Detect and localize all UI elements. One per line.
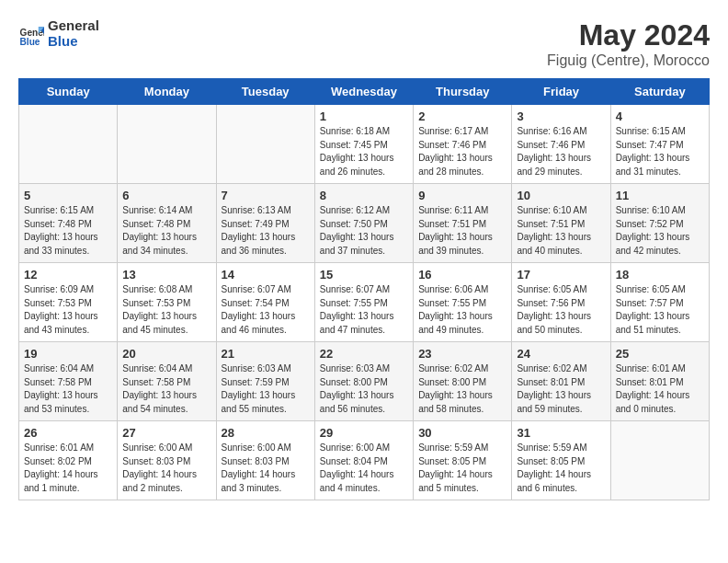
logo: General Blue General Blue (18, 18, 99, 49)
day-info: Sunrise: 6:01 AMSunset: 8:02 PMDaylight:… (24, 442, 112, 495)
day-header-saturday: Saturday (610, 79, 709, 105)
day-cell: 15Sunrise: 6:07 AMSunset: 7:55 PMDayligh… (314, 263, 413, 342)
day-info: Sunrise: 6:00 AMSunset: 8:03 PMDaylight:… (222, 442, 310, 495)
day-info: Sunrise: 6:16 AMSunset: 7:46 PMDaylight:… (517, 125, 605, 178)
day-info: Sunrise: 6:04 AMSunset: 7:58 PMDaylight:… (122, 362, 210, 416)
header: General Blue General Blue May 2024 Figui… (18, 18, 710, 69)
day-cell (610, 421, 709, 500)
day-number: 30 (418, 426, 506, 440)
location-subtitle: Figuig (Centre), Morocco (547, 52, 710, 69)
day-info: Sunrise: 6:05 AMSunset: 7:56 PMDaylight:… (517, 283, 605, 337)
day-number: 14 (222, 268, 310, 282)
day-info: Sunrise: 6:00 AMSunset: 8:03 PMDaylight:… (122, 442, 210, 495)
day-cell: 22Sunrise: 6:03 AMSunset: 8:00 PMDayligh… (314, 342, 413, 421)
day-info: Sunrise: 6:13 AMSunset: 7:49 PMDaylight:… (222, 204, 310, 258)
day-number: 8 (320, 189, 408, 202)
logo-icon: General Blue (18, 21, 44, 47)
day-info: Sunrise: 6:15 AMSunset: 7:47 PMDaylight:… (616, 125, 704, 178)
day-number: 26 (24, 426, 112, 440)
month-year-title: May 2024 (547, 18, 710, 52)
day-number: 6 (122, 189, 210, 202)
day-cell: 17Sunrise: 6:05 AMSunset: 7:56 PMDayligh… (512, 263, 610, 342)
day-info: Sunrise: 6:06 AMSunset: 7:55 PMDaylight:… (418, 283, 506, 337)
day-number: 10 (517, 189, 605, 202)
day-cell: 20Sunrise: 6:04 AMSunset: 7:58 PMDayligh… (118, 342, 216, 421)
day-cell (118, 105, 216, 184)
day-cell: 18Sunrise: 6:05 AMSunset: 7:57 PMDayligh… (610, 263, 709, 342)
day-cell: 27Sunrise: 6:00 AMSunset: 8:03 PMDayligh… (118, 421, 216, 500)
day-number: 12 (24, 268, 112, 282)
day-cell: 28Sunrise: 6:00 AMSunset: 8:03 PMDayligh… (216, 421, 314, 500)
day-number: 23 (418, 347, 506, 361)
day-cell: 11Sunrise: 6:10 AMSunset: 7:52 PMDayligh… (610, 184, 709, 263)
days-header-row: SundayMondayTuesdayWednesdayThursdayFrid… (19, 79, 710, 105)
day-cell: 19Sunrise: 6:04 AMSunset: 7:58 PMDayligh… (19, 342, 118, 421)
day-info: Sunrise: 6:11 AMSunset: 7:51 PMDaylight:… (418, 204, 506, 258)
day-number: 27 (122, 426, 210, 440)
week-row-5: 26Sunrise: 6:01 AMSunset: 8:02 PMDayligh… (19, 421, 710, 500)
day-cell: 30Sunrise: 5:59 AMSunset: 8:05 PMDayligh… (414, 421, 512, 500)
day-header-wednesday: Wednesday (314, 79, 413, 105)
day-cell: 9Sunrise: 6:11 AMSunset: 7:51 PMDaylight… (414, 184, 512, 263)
day-cell: 8Sunrise: 6:12 AMSunset: 7:50 PMDaylight… (314, 184, 413, 263)
day-number: 2 (418, 109, 506, 123)
day-cell: 6Sunrise: 6:14 AMSunset: 7:48 PMDaylight… (118, 184, 216, 263)
day-info: Sunrise: 6:04 AMSunset: 7:58 PMDaylight:… (24, 362, 112, 416)
week-row-3: 12Sunrise: 6:09 AMSunset: 7:53 PMDayligh… (19, 263, 710, 342)
day-number: 29 (320, 426, 408, 440)
day-info: Sunrise: 5:59 AMSunset: 8:05 PMDaylight:… (418, 442, 506, 495)
day-number: 22 (320, 347, 408, 361)
day-number: 25 (616, 347, 704, 361)
day-info: Sunrise: 6:14 AMSunset: 7:48 PMDaylight:… (122, 204, 210, 258)
day-number: 20 (122, 347, 210, 361)
day-cell: 25Sunrise: 6:01 AMSunset: 8:01 PMDayligh… (610, 342, 709, 421)
logo-line1: General (48, 18, 99, 34)
day-cell: 29Sunrise: 6:00 AMSunset: 8:04 PMDayligh… (314, 421, 413, 500)
day-cell: 31Sunrise: 5:59 AMSunset: 8:05 PMDayligh… (512, 421, 610, 500)
calendar-table: SundayMondayTuesdayWednesdayThursdayFrid… (18, 78, 710, 500)
day-number: 1 (320, 109, 408, 123)
day-cell: 21Sunrise: 6:03 AMSunset: 7:59 PMDayligh… (216, 342, 314, 421)
day-number: 24 (517, 347, 605, 361)
day-number: 4 (616, 109, 704, 123)
day-info: Sunrise: 6:07 AMSunset: 7:54 PMDaylight:… (222, 283, 310, 337)
day-cell: 26Sunrise: 6:01 AMSunset: 8:02 PMDayligh… (19, 421, 118, 500)
day-cell: 23Sunrise: 6:02 AMSunset: 8:00 PMDayligh… (414, 342, 512, 421)
day-cell (216, 105, 314, 184)
day-info: Sunrise: 6:02 AMSunset: 8:01 PMDaylight:… (517, 362, 605, 416)
week-row-2: 5Sunrise: 6:15 AMSunset: 7:48 PMDaylight… (19, 184, 710, 263)
day-number: 3 (517, 109, 605, 123)
day-number: 19 (24, 347, 112, 361)
day-info: Sunrise: 6:18 AMSunset: 7:45 PMDaylight:… (320, 125, 408, 178)
day-number: 18 (616, 268, 704, 282)
day-cell: 5Sunrise: 6:15 AMSunset: 7:48 PMDaylight… (19, 184, 118, 263)
day-cell: 3Sunrise: 6:16 AMSunset: 7:46 PMDaylight… (512, 105, 610, 184)
day-info: Sunrise: 6:03 AMSunset: 8:00 PMDaylight:… (320, 362, 408, 416)
day-header-thursday: Thursday (414, 79, 512, 105)
day-cell: 14Sunrise: 6:07 AMSunset: 7:54 PMDayligh… (216, 263, 314, 342)
day-info: Sunrise: 6:00 AMSunset: 8:04 PMDaylight:… (320, 442, 408, 495)
logo-line2: Blue (48, 34, 99, 50)
day-number: 21 (222, 347, 310, 361)
week-row-4: 19Sunrise: 6:04 AMSunset: 7:58 PMDayligh… (19, 342, 710, 421)
day-header-friday: Friday (512, 79, 610, 105)
day-header-sunday: Sunday (19, 79, 118, 105)
day-number: 11 (616, 189, 704, 202)
day-info: Sunrise: 5:59 AMSunset: 8:05 PMDaylight:… (517, 442, 605, 495)
day-info: Sunrise: 6:08 AMSunset: 7:53 PMDaylight:… (122, 283, 210, 337)
day-number: 5 (24, 189, 112, 202)
day-cell: 13Sunrise: 6:08 AMSunset: 7:53 PMDayligh… (118, 263, 216, 342)
day-number: 9 (418, 189, 506, 202)
day-info: Sunrise: 6:17 AMSunset: 7:46 PMDaylight:… (418, 125, 506, 178)
day-number: 7 (222, 189, 310, 202)
day-number: 15 (320, 268, 408, 282)
week-row-1: 1Sunrise: 6:18 AMSunset: 7:45 PMDaylight… (19, 105, 710, 184)
day-info: Sunrise: 6:07 AMSunset: 7:55 PMDaylight:… (320, 283, 408, 337)
day-number: 16 (418, 268, 506, 282)
day-header-tuesday: Tuesday (216, 79, 314, 105)
day-info: Sunrise: 6:03 AMSunset: 7:59 PMDaylight:… (222, 362, 310, 416)
day-cell: 10Sunrise: 6:10 AMSunset: 7:51 PMDayligh… (512, 184, 610, 263)
day-info: Sunrise: 6:10 AMSunset: 7:51 PMDaylight:… (517, 204, 605, 258)
day-header-monday: Monday (118, 79, 216, 105)
svg-text:Blue: Blue (20, 36, 40, 46)
